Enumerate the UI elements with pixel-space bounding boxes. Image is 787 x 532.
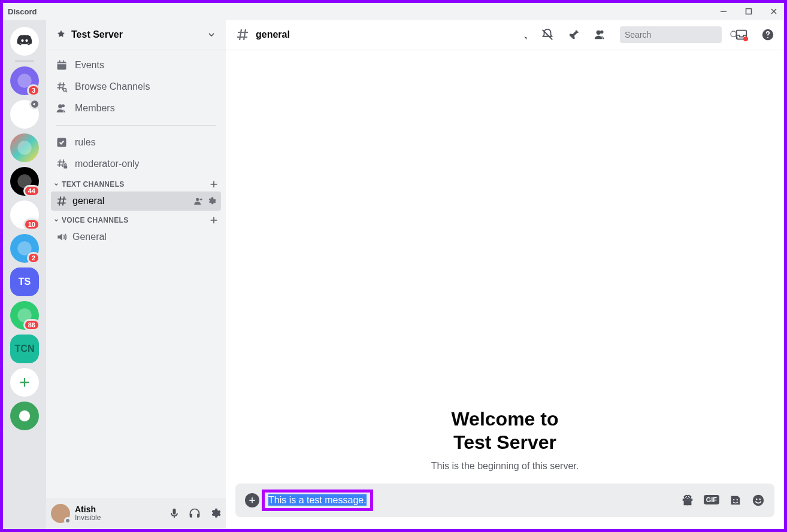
quick-link-label: Events (75, 60, 104, 71)
quick-link-label: Members (75, 103, 115, 114)
channel-general[interactable]: General (51, 227, 221, 247)
hash-lock-icon (56, 158, 68, 170)
sticker-button[interactable] (729, 494, 742, 507)
svg-rect-10 (59, 60, 60, 63)
invite-icon[interactable] (193, 196, 203, 206)
search-input[interactable] (625, 30, 730, 39)
server-item-4[interactable]: 44 (10, 167, 39, 196)
server-item-3[interactable] (10, 133, 39, 162)
attach-button[interactable] (245, 493, 259, 507)
quick-link-browse-channels[interactable]: Browse Channels (51, 76, 221, 98)
channel-general[interactable]: general (51, 191, 221, 211)
gif-button[interactable]: GIF (704, 494, 719, 507)
channel-title: general (256, 29, 290, 40)
svg-rect-11 (63, 60, 65, 63)
server-item-5[interactable]: 10 (10, 200, 39, 229)
server-list: 344102TS86TCN (3, 20, 46, 529)
help-button[interactable] (761, 28, 774, 41)
server-item-1[interactable]: 3 (10, 66, 39, 95)
welcome-message: Welcome to Test Server This is the begin… (431, 408, 579, 472)
pinned-button[interactable] (567, 28, 580, 41)
emoji-button[interactable] (752, 494, 765, 507)
status-indicator (64, 517, 71, 524)
speaker-icon (56, 231, 68, 243)
user-avatar[interactable] (51, 504, 70, 523)
check-square-icon (56, 136, 68, 148)
channel-rules[interactable]: rules (51, 132, 221, 153)
gift-button[interactable] (681, 494, 694, 507)
hash-search-icon (56, 81, 68, 93)
calendar-icon (56, 59, 68, 71)
quick-link-label: Browse Channels (75, 81, 150, 92)
user-status: Invisible (75, 514, 101, 522)
welcome-sub: This is the beginning of this server. (431, 461, 579, 472)
notification-button[interactable] (541, 28, 554, 41)
channel-label: rules (75, 137, 96, 148)
category-label: TEXT CHANNELS (62, 180, 125, 189)
svg-point-27 (759, 498, 761, 500)
chat-header: general (226, 20, 784, 50)
svg-point-3 (17, 141, 31, 154)
server-badge: 3 (27, 84, 40, 96)
inbox-button[interactable] (735, 28, 748, 41)
notification-dot (743, 37, 748, 41)
chat-area: general Welcome to Test Server This is t… (226, 20, 784, 529)
server-item-11[interactable] (10, 402, 39, 430)
close-button[interactable] (768, 6, 779, 17)
server-item-6[interactable]: 2 (10, 234, 39, 263)
channel-sidebar: Test Server EventsBrowse ChannelsMembers… (46, 20, 226, 529)
threads-button[interactable] (514, 28, 528, 41)
svg-rect-9 (57, 62, 66, 69)
maximize-button[interactable] (743, 6, 754, 17)
hash-icon (56, 195, 68, 207)
server-badge-icon (56, 29, 66, 40)
message-input[interactable]: This is a test message. (268, 490, 673, 511)
server-item-2[interactable] (10, 100, 39, 129)
search-box[interactable] (620, 26, 722, 43)
settings-button[interactable] (209, 507, 221, 519)
svg-rect-0 (746, 9, 752, 14)
svg-point-2 (17, 107, 31, 121)
server-item-0[interactable] (10, 27, 39, 56)
server-badge: 2 (27, 252, 40, 264)
server-header[interactable]: Test Server (46, 20, 226, 50)
svg-point-23 (733, 499, 734, 500)
members-button[interactable] (594, 28, 607, 41)
svg-point-25 (753, 495, 764, 506)
server-name: Test Server (71, 29, 123, 40)
server-separator (15, 60, 34, 62)
mute-button[interactable] (168, 507, 180, 519)
quick-link-members[interactable]: Members (51, 98, 221, 119)
titlebar: Discord (3, 3, 784, 20)
quick-link-events[interactable]: Events (51, 54, 221, 76)
welcome-line1: Welcome to (431, 408, 579, 430)
server-item-9[interactable]: TCN (10, 335, 39, 363)
server-item-7[interactable]: TS (10, 267, 39, 296)
chevron-down-icon (53, 181, 59, 187)
svg-point-13 (58, 104, 62, 108)
gear-icon[interactable] (207, 196, 216, 206)
category-label: VOICE CHANNELS (62, 216, 129, 224)
server-item-8[interactable]: 86 (10, 301, 39, 330)
add-channel-button[interactable] (209, 180, 219, 189)
svg-point-24 (737, 499, 738, 500)
channel-label: moderator-only (75, 159, 140, 169)
hash-icon (235, 28, 250, 42)
category-voice-channels[interactable]: VOICE CHANNELS (51, 211, 221, 227)
user-name: Atish (75, 505, 101, 514)
svg-point-26 (756, 498, 757, 500)
divider (56, 125, 216, 126)
server-badge: 44 (23, 185, 40, 197)
server-item-10[interactable] (10, 368, 39, 397)
message-list: Welcome to Test Server This is the begin… (226, 50, 784, 484)
minimize-button[interactable] (718, 6, 729, 17)
add-channel-button[interactable] (209, 215, 219, 225)
app-name: Discord (8, 7, 37, 16)
user-panel: Atish Invisible (46, 498, 226, 529)
server-badge: 10 (23, 218, 40, 230)
svg-rect-15 (63, 166, 67, 169)
channel-moderator-only[interactable]: moderator-only (51, 153, 221, 175)
deafen-button[interactable] (189, 507, 201, 519)
welcome-line2: Test Server (431, 431, 579, 454)
category-text-channels[interactable]: TEXT CHANNELS (51, 175, 221, 191)
